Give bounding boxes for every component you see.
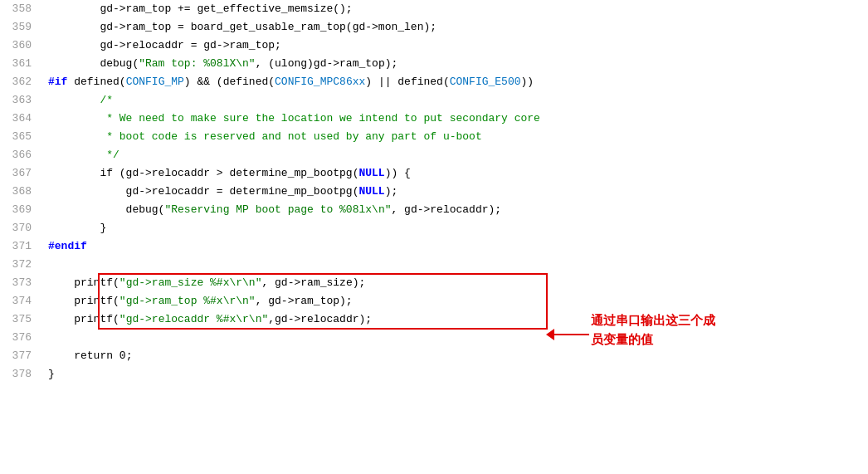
table-row: 368 gd->relocaddr = determine_mp_bootpg(… — [0, 183, 868, 201]
line-number: 375 — [0, 310, 41, 329]
line-content — [41, 329, 868, 347]
line-number: 377 — [0, 347, 41, 365]
line-content: #endif — [41, 237, 868, 256]
line-content: } — [41, 365, 868, 384]
table-row: 372 — [0, 256, 868, 274]
table-row: 367 if (gd->relocaddr > determine_mp_boo… — [0, 164, 868, 183]
table-row: 375 printf("gd->relocaddr %#x\r\n",gd->r… — [0, 310, 868, 329]
line-number: 360 — [0, 37, 41, 55]
line-content: gd->relocaddr = gd->ram_top; — [41, 37, 868, 55]
table-row: 365 * boot code is reserved and not used… — [0, 128, 868, 146]
line-content: #if defined(CONFIG_MP) && (defined(CONFI… — [41, 73, 868, 91]
line-content: * We need to make sure the location we i… — [41, 110, 868, 128]
table-row: 362#if defined(CONFIG_MP) && (defined(CO… — [0, 73, 868, 91]
line-content: printf("gd->ram_size %#x\r\n", gd->ram_s… — [41, 274, 868, 292]
line-number: 362 — [0, 73, 41, 91]
line-content: */ — [41, 146, 868, 164]
table-row: 358 gd->ram_top += get_effective_memsize… — [0, 0, 868, 18]
line-content: debug("Reserving MP boot page to %08lx\n… — [41, 201, 868, 219]
line-number: 361 — [0, 55, 41, 73]
line-content: } — [41, 219, 868, 237]
table-row: 369 debug("Reserving MP boot page to %08… — [0, 201, 868, 219]
line-content: printf("gd->ram_top %#x\r\n", gd->ram_to… — [41, 292, 868, 310]
table-row: 364 * We need to make sure the location … — [0, 110, 868, 128]
line-content: * boot code is reserved and not used by … — [41, 128, 868, 146]
line-number: 378 — [0, 365, 41, 384]
line-number: 374 — [0, 292, 41, 310]
code-table: 358 gd->ram_top += get_effective_memsize… — [0, 0, 868, 384]
table-row: 377 return 0; — [0, 347, 868, 365]
arrow-head — [546, 329, 554, 340]
line-number: 363 — [0, 91, 41, 110]
line-number: 366 — [0, 146, 41, 164]
line-content: gd->ram_top += get_effective_memsize(); — [41, 0, 868, 18]
line-number: 368 — [0, 183, 41, 201]
line-number: 369 — [0, 201, 41, 219]
line-number: 370 — [0, 219, 41, 237]
line-number: 376 — [0, 329, 41, 347]
line-number: 358 — [0, 0, 41, 18]
line-content: printf("gd->relocaddr %#x\r\n",gd->reloc… — [41, 310, 868, 329]
line-content: gd->ram_top = board_get_usable_ram_top(g… — [41, 18, 868, 37]
line-number: 365 — [0, 128, 41, 146]
line-number: 372 — [0, 256, 41, 274]
line-content: return 0; — [41, 347, 868, 365]
table-row: 371#endif — [0, 237, 868, 256]
line-number: 367 — [0, 164, 41, 183]
line-content — [41, 256, 868, 274]
line-number: 364 — [0, 110, 41, 128]
code-view: 358 gd->ram_top += get_effective_memsize… — [0, 0, 868, 474]
table-row: 378} — [0, 365, 868, 384]
table-row: 374 printf("gd->ram_top %#x\r\n", gd->ra… — [0, 292, 868, 310]
table-row: 366 */ — [0, 146, 868, 164]
line-content: if (gd->relocaddr > determine_mp_bootpg(… — [41, 164, 868, 183]
line-number: 371 — [0, 237, 41, 256]
table-row: 363 /* — [0, 91, 868, 110]
line-number: 373 — [0, 274, 41, 292]
line-content: gd->relocaddr = determine_mp_bootpg(NULL… — [41, 183, 868, 201]
table-row: 370 } — [0, 219, 868, 237]
table-row: 373 printf("gd->ram_size %#x\r\n", gd->r… — [0, 274, 868, 292]
table-row: 361 debug("Ram top: %08lX\n", (ulong)gd-… — [0, 55, 868, 73]
line-content: /* — [41, 91, 868, 110]
line-number: 359 — [0, 18, 41, 37]
annotation-text: 通过串口输出这三个成 员变量的值 — [591, 311, 715, 349]
table-row: 359 gd->ram_top = board_get_usable_ram_t… — [0, 18, 868, 37]
line-content: debug("Ram top: %08lX\n", (ulong)gd->ram… — [41, 55, 868, 73]
table-row: 360 gd->relocaddr = gd->ram_top; — [0, 37, 868, 55]
table-row: 376 — [0, 329, 868, 347]
